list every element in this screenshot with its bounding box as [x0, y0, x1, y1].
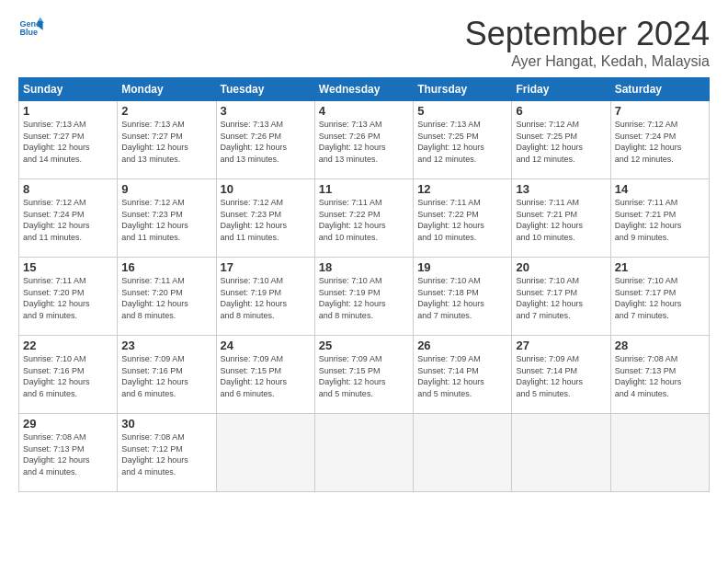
cell-info: Sunrise: 7:09 AM Sunset: 7:14 PM Dayligh… — [516, 353, 606, 399]
day-number: 18 — [319, 260, 409, 274]
calendar-week-row: 15Sunrise: 7:11 AM Sunset: 7:20 PM Dayli… — [19, 258, 710, 336]
cell-info: Sunrise: 7:11 AM Sunset: 7:22 PM Dayligh… — [319, 197, 409, 243]
calendar-week-row: 1Sunrise: 7:13 AM Sunset: 7:27 PM Daylig… — [19, 101, 710, 179]
day-number: 4 — [319, 104, 409, 118]
calendar-cell: 3Sunrise: 7:13 AM Sunset: 7:26 PM Daylig… — [216, 101, 314, 179]
calendar-cell: 11Sunrise: 7:11 AM Sunset: 7:22 PM Dayli… — [314, 179, 413, 258]
location-subtitle: Ayer Hangat, Kedah, Malaysia — [465, 53, 710, 70]
title-block: September 2024 Ayer Hangat, Kedah, Malay… — [465, 15, 710, 70]
cell-info: Sunrise: 7:12 AM Sunset: 7:25 PM Dayligh… — [516, 119, 606, 165]
day-number: 24 — [221, 339, 311, 352]
day-number: 21 — [615, 260, 705, 274]
day-number: 13 — [516, 182, 606, 196]
cell-info: Sunrise: 7:11 AM Sunset: 7:20 PM Dayligh… — [121, 275, 211, 321]
calendar-cell: 6Sunrise: 7:12 AM Sunset: 7:25 PM Daylig… — [512, 101, 610, 179]
calendar-header-row: SundayMondayTuesdayWednesdayThursdayFrid… — [19, 78, 710, 101]
calendar-cell: 19Sunrise: 7:10 AM Sunset: 7:18 PM Dayli… — [414, 258, 512, 336]
cell-info: Sunrise: 7:10 AM Sunset: 7:19 PM Dayligh… — [319, 275, 409, 321]
day-number: 26 — [417, 339, 507, 352]
calendar-cell: 21Sunrise: 7:10 AM Sunset: 7:17 PM Dayli… — [610, 258, 709, 336]
calendar-cell: 12Sunrise: 7:11 AM Sunset: 7:22 PM Dayli… — [414, 179, 512, 258]
cell-info: Sunrise: 7:12 AM Sunset: 7:24 PM Dayligh… — [615, 119, 705, 165]
day-number: 25 — [319, 339, 409, 352]
cell-info: Sunrise: 7:09 AM Sunset: 7:15 PM Dayligh… — [221, 353, 311, 399]
day-number: 20 — [516, 260, 606, 274]
calendar-cell: 9Sunrise: 7:12 AM Sunset: 7:23 PM Daylig… — [118, 179, 216, 258]
calendar-week-row: 8Sunrise: 7:12 AM Sunset: 7:24 PM Daylig… — [19, 179, 710, 258]
calendar-cell: 8Sunrise: 7:12 AM Sunset: 7:24 PM Daylig… — [19, 179, 118, 258]
day-number: 23 — [121, 339, 211, 352]
calendar-cell: 23Sunrise: 7:09 AM Sunset: 7:16 PM Dayli… — [118, 336, 216, 414]
cell-info: Sunrise: 7:09 AM Sunset: 7:14 PM Dayligh… — [417, 353, 507, 399]
header: General Blue September 2024 Ayer Hangat,… — [18, 15, 710, 70]
calendar-cell: 30Sunrise: 7:08 AM Sunset: 7:12 PM Dayli… — [118, 414, 216, 492]
calendar-cell: 4Sunrise: 7:13 AM Sunset: 7:26 PM Daylig… — [314, 101, 413, 179]
calendar-cell: 7Sunrise: 7:12 AM Sunset: 7:24 PM Daylig… — [610, 101, 709, 179]
calendar-cell: 25Sunrise: 7:09 AM Sunset: 7:15 PM Dayli… — [314, 336, 413, 414]
calendar-cell: 27Sunrise: 7:09 AM Sunset: 7:14 PM Dayli… — [512, 336, 610, 414]
month-title: September 2024 — [465, 15, 710, 53]
page: General Blue September 2024 Ayer Hangat,… — [0, 0, 728, 563]
cell-info: Sunrise: 7:11 AM Sunset: 7:21 PM Dayligh… — [516, 197, 606, 243]
day-number: 8 — [23, 182, 113, 196]
calendar-cell: 17Sunrise: 7:10 AM Sunset: 7:19 PM Dayli… — [216, 258, 314, 336]
calendar-cell: 29Sunrise: 7:08 AM Sunset: 7:13 PM Dayli… — [19, 414, 118, 492]
calendar-cell: 20Sunrise: 7:10 AM Sunset: 7:17 PM Dayli… — [512, 258, 610, 336]
day-number: 10 — [221, 182, 311, 196]
day-number: 5 — [417, 104, 507, 118]
cell-info: Sunrise: 7:13 AM Sunset: 7:27 PM Dayligh… — [23, 119, 113, 165]
cell-info: Sunrise: 7:10 AM Sunset: 7:19 PM Dayligh… — [221, 275, 311, 321]
day-number: 17 — [221, 260, 311, 274]
cell-info: Sunrise: 7:13 AM Sunset: 7:26 PM Dayligh… — [221, 119, 311, 165]
cell-info: Sunrise: 7:10 AM Sunset: 7:18 PM Dayligh… — [417, 275, 507, 321]
logo-icon: General Blue — [18, 15, 44, 40]
calendar-cell: 13Sunrise: 7:11 AM Sunset: 7:21 PM Dayli… — [512, 179, 610, 258]
day-number: 28 — [615, 339, 705, 352]
calendar-cell: 26Sunrise: 7:09 AM Sunset: 7:14 PM Dayli… — [414, 336, 512, 414]
cell-info: Sunrise: 7:10 AM Sunset: 7:17 PM Dayligh… — [516, 275, 606, 321]
cell-info: Sunrise: 7:08 AM Sunset: 7:12 PM Dayligh… — [121, 431, 211, 477]
day-header-wednesday: Wednesday — [314, 78, 413, 101]
calendar-cell: 10Sunrise: 7:12 AM Sunset: 7:23 PM Dayli… — [216, 179, 314, 258]
cell-info: Sunrise: 7:12 AM Sunset: 7:23 PM Dayligh… — [121, 197, 211, 243]
day-number: 14 — [615, 182, 705, 196]
calendar-week-row: 29Sunrise: 7:08 AM Sunset: 7:13 PM Dayli… — [19, 414, 710, 492]
day-number: 16 — [121, 260, 211, 274]
day-header-thursday: Thursday — [414, 78, 512, 101]
day-number: 27 — [516, 339, 606, 352]
cell-info: Sunrise: 7:08 AM Sunset: 7:13 PM Dayligh… — [23, 431, 113, 477]
day-header-sunday: Sunday — [19, 78, 118, 101]
day-number: 9 — [121, 182, 211, 196]
calendar-cell — [610, 414, 709, 492]
cell-info: Sunrise: 7:08 AM Sunset: 7:13 PM Dayligh… — [615, 353, 705, 399]
calendar-cell: 24Sunrise: 7:09 AM Sunset: 7:15 PM Dayli… — [216, 336, 314, 414]
calendar-cell: 15Sunrise: 7:11 AM Sunset: 7:20 PM Dayli… — [19, 258, 118, 336]
day-number: 6 — [516, 104, 606, 118]
svg-text:Blue: Blue — [19, 28, 38, 37]
day-number: 11 — [319, 182, 409, 196]
calendar-cell: 2Sunrise: 7:13 AM Sunset: 7:27 PM Daylig… — [118, 101, 216, 179]
cell-info: Sunrise: 7:09 AM Sunset: 7:15 PM Dayligh… — [319, 353, 409, 399]
logo: General Blue — [18, 15, 44, 40]
calendar-cell: 14Sunrise: 7:11 AM Sunset: 7:21 PM Dayli… — [610, 179, 709, 258]
svg-marker-2 — [38, 21, 43, 30]
cell-info: Sunrise: 7:12 AM Sunset: 7:23 PM Dayligh… — [221, 197, 311, 243]
calendar-cell — [314, 414, 413, 492]
calendar-cell: 5Sunrise: 7:13 AM Sunset: 7:25 PM Daylig… — [414, 101, 512, 179]
cell-info: Sunrise: 7:13 AM Sunset: 7:26 PM Dayligh… — [319, 119, 409, 165]
day-header-friday: Friday — [512, 78, 610, 101]
day-number: 7 — [615, 104, 705, 118]
calendar-cell — [512, 414, 610, 492]
day-number: 15 — [23, 260, 113, 274]
calendar-cell — [414, 414, 512, 492]
calendar-cell: 18Sunrise: 7:10 AM Sunset: 7:19 PM Dayli… — [314, 258, 413, 336]
day-header-tuesday: Tuesday — [216, 78, 314, 101]
calendar-body: 1Sunrise: 7:13 AM Sunset: 7:27 PM Daylig… — [19, 101, 710, 492]
cell-info: Sunrise: 7:11 AM Sunset: 7:21 PM Dayligh… — [615, 197, 705, 243]
day-header-saturday: Saturday — [610, 78, 709, 101]
calendar-cell: 16Sunrise: 7:11 AM Sunset: 7:20 PM Dayli… — [118, 258, 216, 336]
day-number: 12 — [417, 182, 507, 196]
day-number: 29 — [23, 417, 113, 431]
calendar-cell: 1Sunrise: 7:13 AM Sunset: 7:27 PM Daylig… — [19, 101, 118, 179]
cell-info: Sunrise: 7:12 AM Sunset: 7:24 PM Dayligh… — [23, 197, 113, 243]
